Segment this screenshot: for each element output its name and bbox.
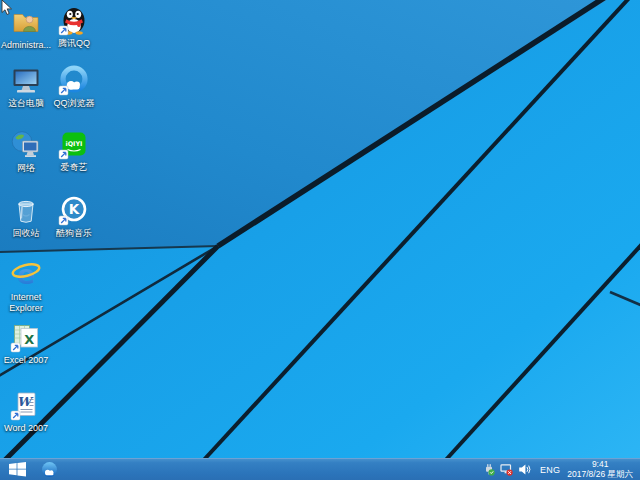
icon-label: 网络 — [17, 163, 35, 174]
qq-browser-icon — [58, 64, 90, 96]
taskbar: ENG 9:41 2017/8/26 星期六 — [0, 458, 640, 480]
mouse-cursor — [1, 0, 13, 16]
shortcut-arrow-badge — [59, 216, 68, 225]
icon-label: Excel 2007 — [4, 355, 49, 366]
word-icon: W — [10, 389, 42, 421]
system-tray: ENG 9:41 2017/8/26 星期六 — [480, 459, 640, 480]
desktop-icon-excel-2007[interactable]: X Excel 2007 — [0, 321, 55, 366]
icon-label: 回收站 — [13, 228, 40, 239]
icon-label: 腾讯QQ — [58, 38, 90, 49]
icon-label: Administra... — [1, 40, 51, 51]
internet-explorer-icon: e — [10, 258, 42, 290]
taskbar-qq-browser-button[interactable] — [34, 459, 64, 480]
recycle-bin-icon — [10, 194, 42, 226]
icon-label: 爱奇艺 — [61, 162, 88, 173]
clock-date: 2017/8/26 星期六 — [567, 470, 633, 480]
shortcut-arrow-badge — [59, 150, 68, 159]
icon-label: Internet Explorer — [0, 292, 55, 313]
kugou-icon: K — [58, 194, 90, 226]
qq-browser-icon — [41, 461, 58, 478]
volume-icon[interactable] — [518, 463, 531, 476]
network-disconnected-icon[interactable] — [500, 463, 513, 476]
icon-label: 酷狗音乐 — [56, 228, 92, 239]
network-globe-icon — [10, 129, 42, 161]
icon-label: QQ浏览器 — [53, 98, 94, 109]
svg-text:iQIYI: iQIYI — [65, 140, 82, 148]
svg-text:X: X — [24, 332, 34, 347]
desktop: Administra... 这台电脑 网络 — [0, 0, 640, 480]
iqiyi-icon: iQIYI — [58, 128, 90, 160]
shortcut-arrow-badge — [11, 343, 20, 352]
desktop-icon-tencent-qq[interactable]: 腾讯QQ — [45, 4, 103, 49]
usb-safely-remove-icon[interactable] — [482, 463, 495, 476]
svg-text:K: K — [69, 201, 80, 217]
desktop-icon-kugou-music[interactable]: K 酷狗音乐 — [45, 194, 103, 239]
excel-icon: X — [10, 321, 42, 353]
windows-logo-icon — [9, 462, 26, 477]
desktop-icon-iqiyi[interactable]: iQIYI 爱奇艺 — [45, 128, 103, 173]
computer-icon — [10, 64, 42, 96]
taskbar-clock[interactable]: 9:41 2017/8/26 星期六 — [567, 460, 633, 479]
desktop-icon-qq-browser[interactable]: QQ浏览器 — [45, 64, 103, 109]
language-indicator[interactable]: ENG — [540, 465, 560, 475]
qq-penguin-icon — [58, 4, 90, 36]
desktop-icon-internet-explorer[interactable]: e Internet Explorer — [0, 258, 55, 313]
user-folder-icon — [10, 6, 42, 38]
icon-label: 这台电脑 — [8, 98, 44, 109]
start-button[interactable] — [0, 459, 34, 480]
shortcut-arrow-badge — [59, 26, 68, 35]
desktop-icon-word-2007[interactable]: W Word 2007 — [0, 389, 55, 434]
icon-label: Word 2007 — [4, 423, 48, 434]
shortcut-arrow-badge — [11, 411, 20, 420]
shortcut-arrow-badge — [59, 86, 68, 95]
